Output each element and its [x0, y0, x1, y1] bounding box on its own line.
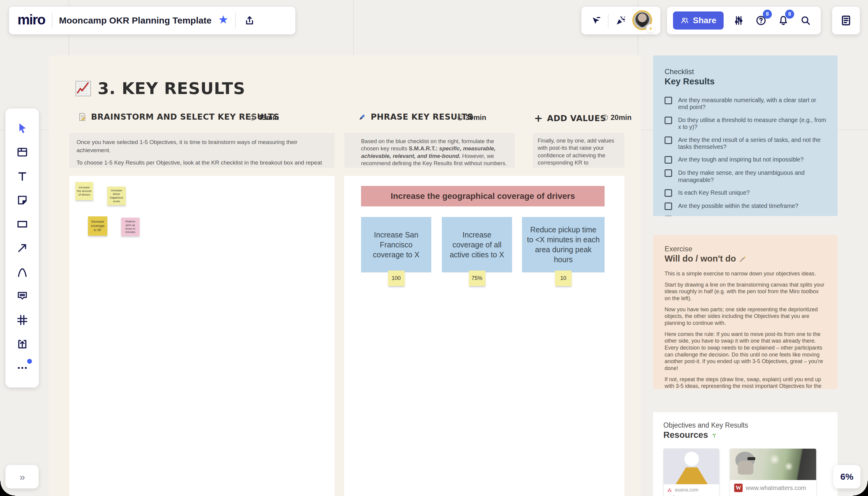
- checklist-panel: Checklist Key Results Are they measurabl…: [653, 56, 838, 216]
- select-cursor-icon: [16, 122, 29, 135]
- checkbox[interactable]: [665, 202, 672, 210]
- help-badge: 8: [763, 10, 772, 19]
- duration-phrase: 30min: [456, 113, 486, 122]
- checkbox[interactable]: [665, 169, 672, 177]
- exercise-title: Will do / won't do: [665, 254, 826, 264]
- cursors-toggle-icon: [591, 15, 602, 26]
- paintbrush-icon: [739, 255, 746, 262]
- instruction-paragraph: Once you have selected 1-5 Objectives, i…: [77, 138, 327, 155]
- checklist-item: Do they utilise a threshold to measure c…: [665, 117, 826, 131]
- cursors-toggle-button[interactable]: [589, 13, 603, 28]
- chevrons-right-icon: »: [20, 471, 25, 483]
- exercise-paragraphs: This is a simple exercise to narrow down…: [665, 270, 826, 389]
- tool-more[interactable]: [14, 359, 31, 376]
- seedling-icon: [711, 432, 718, 438]
- miro-app: 3. KEY RESULTS BRAINSTORM AND SELECT KEY…: [0, 0, 868, 496]
- value-sticky[interactable]: 75%: [469, 270, 485, 286]
- resource-site: asana.com: [664, 484, 719, 494]
- sticky-note-icon: [16, 194, 28, 206]
- comment-icon: [16, 290, 28, 302]
- key-result-card[interactable]: Increase coverage of all active cities t…: [442, 217, 512, 273]
- export-button[interactable]: [242, 13, 257, 28]
- pen-icon: [358, 113, 367, 121]
- asana-article-image: [664, 449, 719, 484]
- tool-frame[interactable]: [14, 312, 31, 328]
- checkbox[interactable]: [665, 117, 672, 124]
- tool-select[interactable]: [14, 120, 31, 137]
- tool-sticky-note[interactable]: [14, 192, 31, 208]
- board-title[interactable]: Mooncamp OKR Planning Template: [59, 15, 212, 26]
- header-board-card: miro Mooncamp OKR Planning Template ★: [9, 6, 295, 34]
- resource-cards: asana.com What are OKRs? Guide to Object…: [663, 448, 827, 496]
- notifications-button[interactable]: 8: [776, 13, 791, 28]
- exercise-paragraph: Here comes the rule: If you want to move…: [665, 331, 826, 372]
- tool-text[interactable]: [14, 168, 31, 185]
- favorite-star-icon[interactable]: ★: [218, 14, 229, 27]
- tool-connection-line[interactable]: [14, 239, 31, 257]
- resource-card-asana[interactable]: asana.com What are OKRs? Guide to Object…: [663, 448, 719, 496]
- section-phrase-header: PHRASE KEY RESULTS: [358, 112, 473, 121]
- whatmatters-article-image: [730, 449, 816, 480]
- checkbox[interactable]: [665, 189, 672, 197]
- key-result-card[interactable]: Increase San Francisco coverage to X 100: [361, 217, 431, 273]
- checklist-items: Are they measurable numerically, with a …: [665, 97, 826, 216]
- section-addvalues-instructions: Finally, one by one, add values with pos…: [533, 133, 624, 168]
- checklist-item: Are they the end result of a series of t…: [665, 137, 826, 151]
- reactions-confetti-icon: [615, 15, 626, 26]
- checklist-item: Are they measurable numerically, with a …: [665, 97, 826, 111]
- checklist-item: Are they tough and inspiring but not imp…: [665, 156, 826, 164]
- filters-icon: [733, 15, 744, 26]
- exercise-panel: Exercise Will do / won't do This is a si…: [653, 235, 838, 389]
- checkbox[interactable]: [665, 97, 672, 104]
- resource-site: W www.whatmatters.com: [730, 480, 816, 496]
- search-button[interactable]: [799, 13, 813, 28]
- more-dots-icon: [16, 362, 28, 374]
- value-sticky[interactable]: 10: [555, 270, 572, 286]
- user-avatar[interactable]: [632, 10, 653, 31]
- duration-brainstorm: 45min: [249, 113, 279, 122]
- stopwatch-icon: [456, 114, 464, 121]
- checklist-item: Is each Key Result unique?: [665, 189, 826, 197]
- resource-card-whatmatters[interactable]: W www.whatmatters.com: [730, 448, 817, 496]
- checkbox[interactable]: [665, 137, 672, 144]
- notes-panel-icon: [840, 14, 852, 27]
- checkbox[interactable]: [665, 156, 672, 164]
- tool-templates[interactable]: [14, 144, 31, 160]
- help-button[interactable]: 8: [754, 13, 768, 28]
- tool-shape[interactable]: [14, 216, 31, 233]
- tool-upload[interactable]: [14, 336, 31, 352]
- plus-icon: +: [534, 112, 543, 124]
- search-icon: [800, 15, 811, 26]
- tool-comment[interactable]: [14, 288, 31, 304]
- notifications-badge: 8: [785, 10, 794, 19]
- checkbox[interactable]: [665, 216, 672, 216]
- templates-icon: [16, 146, 28, 158]
- miro-logo[interactable]: miro: [17, 12, 45, 30]
- exercise-paragraph: Start by drawing a line on the brainstor…: [665, 281, 826, 302]
- checklist-item: Do they make sense, are they unambiguous…: [665, 169, 826, 184]
- tools-sidebar: [5, 108, 39, 388]
- divider: [52, 13, 52, 28]
- filters-button[interactable]: [731, 13, 746, 28]
- checklist-item: Are they possible within the stated time…: [665, 202, 826, 210]
- sticky-note[interactable]: Increase the amount of drivers: [75, 182, 93, 200]
- people-icon: [680, 16, 689, 25]
- key-result-card[interactable]: Reduce pickup time to <X minutes in each…: [522, 217, 605, 273]
- objective-card[interactable]: Increase the geographical coverage of dr…: [361, 186, 605, 206]
- exercise-paragraph: This is a simple exercise to narrow down…: [665, 270, 826, 277]
- reactions-button[interactable]: [613, 13, 628, 28]
- screen-corner: [0, 481, 15, 496]
- instruction-paragraph: Based on the blue checklist on the right…: [361, 138, 509, 168]
- instruction-paragraph: To choose 1-5 Key Results per Objective,…: [77, 159, 327, 168]
- export-icon: [244, 15, 255, 26]
- checklist-title: Key Results: [665, 77, 826, 87]
- divider: [608, 14, 608, 27]
- board-heading: 3. KEY RESULTS: [75, 79, 245, 98]
- sticky-note[interactable]: Increase driver happiness score: [107, 187, 126, 205]
- notes-panel-button[interactable]: [839, 13, 853, 28]
- share-button[interactable]: Share: [673, 12, 724, 30]
- resource-title: What are OKRs? Guide to Objectives & Key: [664, 494, 719, 496]
- value-sticky[interactable]: 100: [388, 270, 404, 286]
- chart-increasing-icon: [75, 80, 92, 97]
- tool-pen[interactable]: [14, 264, 31, 281]
